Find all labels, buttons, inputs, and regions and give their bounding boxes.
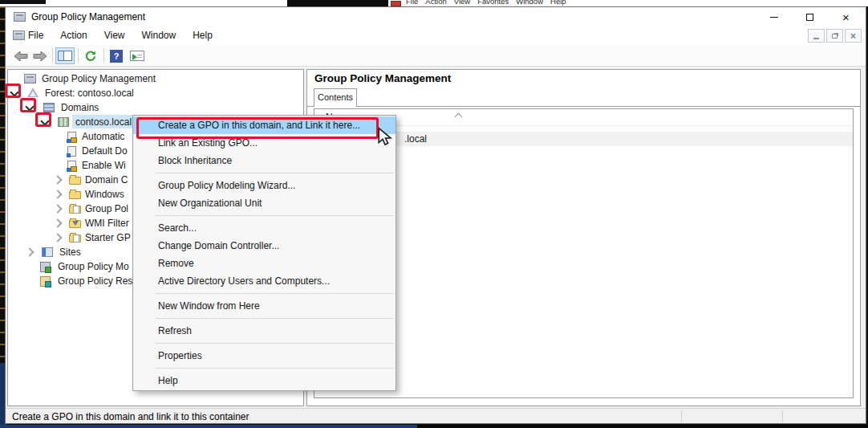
child-restore-button[interactable]	[826, 29, 843, 43]
menu-item-new-organizational-unit[interactable]: New Organizational Unit	[133, 194, 395, 212]
chevron-collapsed-icon[interactable]	[25, 247, 34, 256]
menu-item-help[interactable]: Help	[133, 372, 395, 389]
window-controls: ×	[756, 7, 864, 26]
menu-item-change-domain-controller[interactable]: Change Domain Controller...	[133, 237, 395, 255]
maximize-button[interactable]	[792, 7, 828, 26]
chevron-collapsed-icon[interactable]	[53, 175, 62, 184]
context-menu: Create a GPO in this domain, and Link it…	[132, 115, 396, 391]
annotation-box-create-gpo	[136, 117, 379, 139]
background-menu-help: Help	[550, 0, 566, 6]
chevron-collapsed-icon[interactable]	[53, 190, 62, 198]
tree-item-label: Domains	[61, 102, 99, 113]
background-console-fragment	[0, 0, 46, 4]
tree-item-label: Group Pol	[85, 203, 128, 214]
gpo-link-locked-icon	[67, 132, 76, 142]
background-menu-action: Action	[425, 0, 446, 6]
background-bottom-navy	[0, 425, 417, 428]
console-root-icon	[24, 74, 36, 84]
toolbar-separator	[52, 48, 53, 63]
tree-item-label: Starter GP	[85, 232, 131, 243]
child-restore-icon	[832, 34, 838, 39]
menubar-items: File Action View Window Help	[28, 30, 213, 41]
forward-button[interactable]	[31, 47, 49, 64]
tree-item-label: WMI Filter	[85, 218, 129, 229]
menu-item-new-window-from-here[interactable]: New Window from Here	[133, 297, 395, 315]
menu-item-remove[interactable]: Remove	[133, 255, 395, 272]
minimize-icon	[770, 17, 778, 18]
back-button[interactable]	[12, 47, 30, 64]
menu-view[interactable]: View	[104, 30, 125, 41]
tree-item-root[interactable]: Group Policy Management	[8, 71, 303, 86]
menu-file[interactable]: File	[28, 30, 43, 41]
child-minimize-button[interactable]	[808, 29, 825, 43]
help-button[interactable]: ?	[107, 47, 126, 64]
menu-item-search[interactable]: Search...	[133, 219, 395, 237]
background-bottom-black	[417, 425, 868, 428]
show-in-new-window-button[interactable]	[128, 47, 147, 64]
background-menu-favorites: Favorites	[477, 0, 509, 6]
tree-item-label: Default Do	[82, 145, 128, 157]
tree-item-label: Group Policy Res	[58, 275, 132, 287]
close-icon: ×	[842, 11, 850, 23]
menu-item-block-inheritance[interactable]: Block Inheritance	[133, 152, 395, 169]
menu-bar: File Action View Window Help ×	[6, 26, 866, 45]
window-title: Group Policy Management	[31, 11, 145, 22]
menu-separator	[133, 365, 395, 372]
menu-separator	[133, 340, 395, 347]
background-menu-file: File	[406, 0, 418, 6]
close-button[interactable]: ×	[828, 7, 864, 26]
menu-item-ad-users-and-computers[interactable]: Active Directory Users and Computers...	[133, 272, 395, 290]
gpo-link-icon	[67, 146, 76, 157]
toolbar-separator	[78, 48, 79, 63]
child-close-button[interactable]: ×	[845, 29, 862, 43]
minimize-button[interactable]	[756, 7, 792, 26]
tab-strip-line	[307, 106, 860, 107]
refresh-icon	[84, 50, 97, 63]
folder-icon	[69, 191, 81, 199]
menu-item-refresh[interactable]: Refresh	[133, 322, 395, 340]
child-close-icon: ×	[850, 31, 856, 42]
annotation-box-domains-chevron	[20, 98, 36, 112]
chevron-collapsed-icon[interactable]	[53, 218, 62, 227]
back-arrow-icon	[14, 51, 28, 62]
domains-icon	[43, 103, 55, 112]
console-menu-icon	[13, 31, 25, 40]
gpo-folder-icon	[69, 206, 81, 214]
title-bar[interactable]: Group Policy Management ×	[6, 7, 866, 26]
show-console-tree-button[interactable]	[55, 47, 75, 64]
status-separator	[681, 410, 682, 422]
menu-item-properties[interactable]: Properties	[133, 347, 395, 365]
menu-item-modeling-wizard[interactable]: Group Policy Modeling Wizard...	[133, 177, 395, 194]
sites-icon	[42, 247, 53, 257]
domain-icon	[58, 117, 69, 127]
background-menu-window: Window	[516, 0, 543, 6]
toolbar: ?	[6, 45, 866, 67]
background-window-strip: File Action View Favorites Window Help	[0, 0, 868, 6]
sort-ascending-icon	[455, 113, 463, 121]
chevron-collapsed-icon[interactable]	[53, 204, 62, 213]
tab-contents[interactable]: Contents	[314, 88, 357, 107]
chevron-collapsed-icon[interactable]	[53, 233, 62, 242]
child-minimize-icon	[813, 38, 819, 39]
background-app-icon	[391, 1, 401, 6]
app-icon	[14, 12, 26, 22]
annotation-box-forest-chevron	[5, 84, 21, 98]
results-icon	[40, 276, 51, 287]
forest-icon	[27, 88, 39, 97]
menu-help[interactable]: Help	[193, 30, 213, 41]
child-window-controls: ×	[808, 29, 862, 43]
annotation-box-contoso-chevron	[35, 112, 51, 127]
tree-item-label: contoso.local	[75, 116, 132, 128]
menu-window[interactable]: Window	[142, 30, 176, 41]
tree-item-domains[interactable]: Domains	[8, 100, 303, 115]
refresh-button[interactable]	[81, 47, 100, 64]
tree-item-label: Windows	[85, 189, 124, 200]
menu-separator	[133, 169, 395, 177]
background-window-black-bar	[287, 0, 388, 6]
menu-separator	[133, 212, 395, 219]
tree-item-label: Domain C	[85, 174, 128, 185]
tree-item-forest[interactable]: Forest: contoso.local	[8, 86, 303, 100]
gpo-link-locked-icon	[67, 161, 76, 171]
tree-item-label: Group Policy Management	[42, 73, 156, 84]
menu-action[interactable]: Action	[60, 30, 87, 41]
